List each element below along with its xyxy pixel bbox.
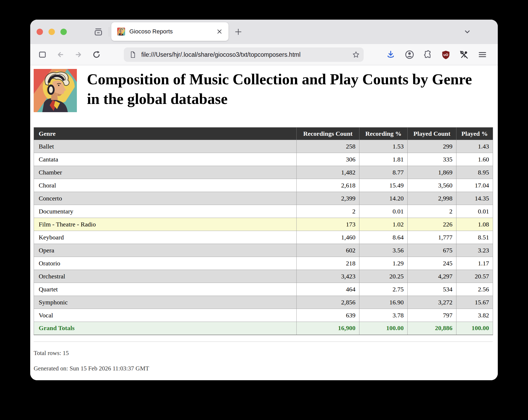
svg-text:uO: uO xyxy=(443,53,448,57)
genre-cell: Vocal xyxy=(34,309,297,322)
genre-cell: Concerto xyxy=(34,192,297,205)
value-cell: 17.04 xyxy=(456,179,493,192)
minimize-window-button[interactable] xyxy=(49,29,55,35)
account-button[interactable] xyxy=(404,49,415,60)
back-button[interactable] xyxy=(55,49,66,60)
column-header-genre: Genre xyxy=(34,128,297,140)
value-cell: 306 xyxy=(297,153,359,166)
value-cell: 335 xyxy=(408,153,456,166)
value-cell: 3,272 xyxy=(408,296,456,309)
value-cell: 15.49 xyxy=(359,179,408,192)
value-cell: 15.67 xyxy=(456,296,493,309)
table-row: Chamber1,4828.771,8698.95 xyxy=(34,166,493,179)
value-cell: 639 xyxy=(297,309,359,322)
genre-cell: Ballet xyxy=(34,140,297,153)
tab-close-button[interactable] xyxy=(215,27,224,36)
firefox-view-icon xyxy=(94,27,103,36)
totals-played: 20,886 xyxy=(408,322,456,335)
tab-separator xyxy=(109,27,109,37)
report-table-body: Ballet2581.532991.43Cantata3061.813351.6… xyxy=(34,140,493,322)
table-row: Vocal6393.787973.82 xyxy=(34,309,493,322)
value-cell: 1.81 xyxy=(359,153,408,166)
value-cell: 1.53 xyxy=(359,140,408,153)
value-cell: 8.64 xyxy=(359,231,408,244)
downloads-button[interactable] xyxy=(385,49,396,60)
browser-window: Giocoso Reports xyxy=(30,20,498,380)
table-row: Oratorio2181.292451.17 xyxy=(34,257,493,270)
table-row: Cantata3061.813351.60 xyxy=(34,153,493,166)
reload-button[interactable] xyxy=(91,49,102,60)
value-cell: 2 xyxy=(408,205,456,218)
table-row: Concerto2,39914.202,99814.35 xyxy=(34,192,493,205)
value-cell: 2,856 xyxy=(297,296,359,309)
extensions-button[interactable] xyxy=(422,49,433,60)
window-controls xyxy=(37,20,67,44)
download-icon xyxy=(386,50,395,59)
value-cell: 3.78 xyxy=(359,309,408,322)
list-all-tabs-button[interactable] xyxy=(462,27,473,37)
genre-cell: Opera xyxy=(34,244,297,257)
keys-icon xyxy=(459,50,469,59)
sidebar-button[interactable] xyxy=(37,49,48,60)
new-tab-button[interactable] xyxy=(233,27,244,37)
table-row: Keyboard1,4608.641,7778.51 xyxy=(34,231,493,244)
page-title: Composition of Music Collection and Play… xyxy=(87,69,479,108)
value-cell: 2.75 xyxy=(359,283,408,296)
value-cell: 1,869 xyxy=(408,166,456,179)
password-keys-button[interactable] xyxy=(459,49,469,60)
value-cell: 2,998 xyxy=(408,192,456,205)
value-cell: 1,460 xyxy=(297,231,359,244)
page-header: Composition of Music Collection and Play… xyxy=(34,69,493,112)
forward-icon xyxy=(73,50,83,59)
url-text[interactable]: file:///Users/hjr/.local/share/giocoso3/… xyxy=(141,51,352,58)
firefox-view-button[interactable] xyxy=(93,27,104,37)
value-cell: 8.77 xyxy=(359,166,408,179)
value-cell: 8.95 xyxy=(456,166,493,179)
table-row: Quartet4642.755342.56 xyxy=(34,283,493,296)
close-icon xyxy=(216,28,223,35)
value-cell: 4,297 xyxy=(408,270,456,283)
value-cell: 258 xyxy=(297,140,359,153)
zoom-window-button[interactable] xyxy=(60,29,67,35)
footer-divider-top xyxy=(34,342,493,342)
value-cell: 675 xyxy=(408,244,456,257)
genre-cell: Film - Theatre - Radio xyxy=(34,218,297,231)
value-cell: 2 xyxy=(297,205,359,218)
favicon xyxy=(117,28,125,36)
column-header-played-pct: Played % xyxy=(456,128,493,140)
column-header-played-count: Played Count xyxy=(408,128,456,140)
page-icon[interactable] xyxy=(129,51,137,58)
total-rows-text: Total rows: 15 xyxy=(34,350,493,357)
totals-played-pct: 100.00 xyxy=(456,322,493,335)
menu-button[interactable] xyxy=(477,49,488,60)
ublock-shield-icon: uO xyxy=(441,50,451,59)
value-cell: 534 xyxy=(408,283,456,296)
close-window-button[interactable] xyxy=(37,29,43,35)
value-cell: 2,618 xyxy=(297,179,359,192)
beethoven-logo xyxy=(34,69,77,112)
active-tab[interactable]: Giocoso Reports xyxy=(111,22,228,41)
sidebar-icon xyxy=(38,50,47,59)
profile-icon xyxy=(404,50,415,60)
page-content: Composition of Music Collection and Play… xyxy=(30,65,498,380)
ublock-button[interactable]: uO xyxy=(441,49,451,60)
url-bar[interactable]: file:///Users/hjr/.local/share/giocoso3/… xyxy=(124,47,364,62)
genre-cell: Orchestral xyxy=(34,270,297,283)
forward-button[interactable] xyxy=(73,49,83,60)
value-cell: 226 xyxy=(408,218,456,231)
menu-hamburger-icon xyxy=(478,50,487,59)
value-cell: 602 xyxy=(297,244,359,257)
genre-cell: Quartet xyxy=(34,283,297,296)
value-cell: 16.90 xyxy=(359,296,408,309)
star-icon[interactable] xyxy=(352,51,360,59)
value-cell: 0.01 xyxy=(359,205,408,218)
genre-cell: Chamber xyxy=(34,166,297,179)
back-icon xyxy=(56,50,65,59)
table-row: Orchestral3,42320.254,29720.57 xyxy=(34,270,493,283)
value-cell: 3.56 xyxy=(359,244,408,257)
extensions-puzzle-icon xyxy=(423,50,432,59)
value-cell: 173 xyxy=(297,218,359,231)
tab-strip: Giocoso Reports xyxy=(30,20,498,44)
value-cell: 1.29 xyxy=(359,257,408,270)
totals-recording-pct: 100.00 xyxy=(359,322,408,335)
